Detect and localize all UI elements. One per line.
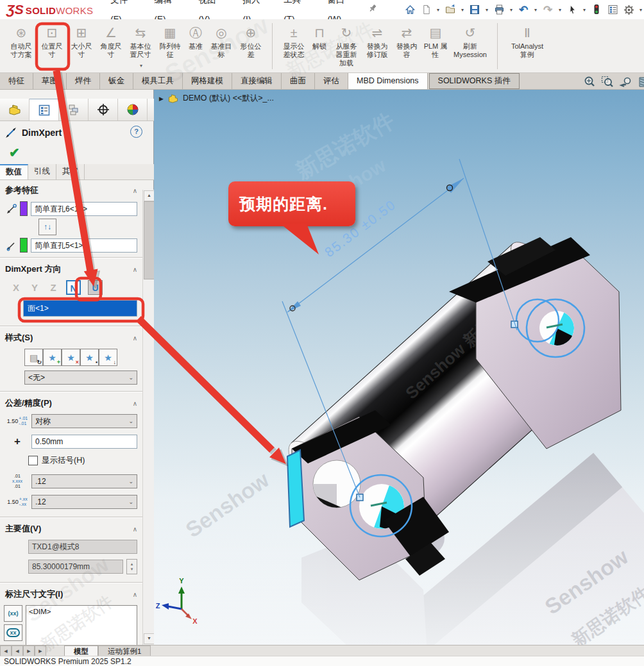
tab-model[interactable]: 模型 xyxy=(64,645,98,656)
save-icon[interactable] xyxy=(468,3,482,17)
scroll-up-icon[interactable]: ▲ xyxy=(144,190,155,201)
print-caret[interactable]: ▾ xyxy=(508,7,514,13)
ribbon-button-datum[interactable]: Ⓐ基准 xyxy=(185,23,207,51)
graphics-viewport[interactable]: Senshow 新思诺软件 xyxy=(154,90,644,645)
select-cursor-icon[interactable] xyxy=(565,3,579,17)
select-cursor-caret[interactable]: ▾ xyxy=(581,7,588,13)
ribbon-button-basic-location-dimension[interactable]: ⇆基本位 置尺寸 xyxy=(126,23,155,59)
ribbon-button-location-dimension[interactable]: ⊡位置尺 寸 xyxy=(37,23,67,59)
tab-property-manager[interactable] xyxy=(30,99,59,121)
style-dropdown[interactable]: <无>⌄ xyxy=(24,370,137,385)
style-apply-default-button[interactable]: ▤↻ xyxy=(24,349,43,366)
style-save-button[interactable]: ★▪ xyxy=(80,349,99,366)
scrollbar-thumb[interactable] xyxy=(144,201,155,279)
tab-display-manager[interactable] xyxy=(118,99,148,121)
unit-precision-dropdown[interactable]: .12⌄ xyxy=(31,474,137,488)
tab-configuration-manager[interactable] xyxy=(59,99,89,121)
tab-scroll-prev-icon[interactable]: ◀ xyxy=(12,645,23,656)
options-caret[interactable]: ▾ xyxy=(638,7,644,13)
ribbon-button-plm-properties[interactable]: ▤PLM 属 性 xyxy=(421,23,450,59)
open-caret[interactable]: ▾ xyxy=(459,7,466,13)
ribbon-button-show-tolerance-status[interactable]: ±显示公 差状态 xyxy=(279,23,309,59)
tab-mbd-dimensions[interactable]: MBD Dimensions xyxy=(348,73,428,89)
dim-text-prefix-icon[interactable]: (xx) xyxy=(4,605,22,622)
tab-surfaces[interactable]: 曲面 xyxy=(282,73,315,89)
tab-sheet-metal[interactable]: 钣金 xyxy=(100,73,133,89)
undo-caret[interactable]: ▾ xyxy=(532,7,539,13)
style-load-button[interactable]: ★↓ xyxy=(99,349,117,366)
tab-dimxpert-manager[interactable] xyxy=(89,99,118,121)
dimension-text-area[interactable]: <DIM> xyxy=(26,605,137,645)
open-icon[interactable] xyxy=(443,3,457,17)
tab-mesh-modeling[interactable]: 网格建模 xyxy=(183,73,232,89)
reference-feature2-field[interactable]: 简单直孔5<1> xyxy=(31,238,137,253)
style-delete-button[interactable]: ★× xyxy=(62,349,80,366)
collapse-icon[interactable]: ∧ xyxy=(133,266,137,273)
ok-check-icon[interactable]: ✔ xyxy=(9,146,20,160)
subtab-leaders[interactable]: 引线 xyxy=(28,164,56,179)
collapse-icon[interactable]: ∧ xyxy=(133,335,137,342)
value-spinner[interactable]: ▴▾ xyxy=(126,559,137,574)
tolerance-type-dropdown[interactable]: 对称⌄ xyxy=(31,414,137,428)
collapse-icon[interactable]: ∧ xyxy=(133,400,137,407)
print-icon[interactable] xyxy=(492,3,506,17)
redo-caret[interactable]: ▾ xyxy=(557,7,563,13)
tree-expand-icon[interactable]: ▶ xyxy=(159,96,164,102)
subtab-other[interactable]: 其它 xyxy=(56,164,85,179)
tab-scroll-first-icon[interactable]: ◀ xyxy=(0,645,12,656)
new-document-caret[interactable]: ▾ xyxy=(435,7,441,13)
scroll-down-icon[interactable]: ▼ xyxy=(144,633,155,644)
ribbon-button-replace-content[interactable]: ⇄替换内 容 xyxy=(392,23,421,59)
tab-direct-editing[interactable]: 直接编辑 xyxy=(232,73,282,89)
ribbon-button-size-dimension[interactable]: ⊞大小尺 寸 xyxy=(67,23,96,59)
ribbon-button-pattern-feature[interactable]: ▦阵列特 征 xyxy=(155,23,185,59)
show-parentheses-checkbox[interactable] xyxy=(28,456,38,465)
panel-scrollbar[interactable]: ▲ ▼ xyxy=(142,190,154,645)
previous-view-icon[interactable] xyxy=(618,76,632,88)
tab-mold-tools[interactable]: 模具工具 xyxy=(133,73,183,89)
zoom-to-area-icon[interactable] xyxy=(600,76,614,88)
tab-features[interactable]: 特征 xyxy=(0,73,33,89)
feature-tree-root[interactable]: ▶ DEMO (默认) <<默认>_... xyxy=(159,93,274,104)
dim-text-justify-icon[interactable]: xx xyxy=(4,624,22,641)
tab-scroll-next-icon[interactable]: ▶ xyxy=(23,645,35,656)
undo-icon[interactable]: ↶ xyxy=(516,3,530,17)
tab-feature-manager[interactable] xyxy=(0,99,30,121)
collapse-icon[interactable]: ∧ xyxy=(133,187,137,194)
spinner-up-icon[interactable]: ▴ xyxy=(131,562,133,567)
new-document-icon[interactable] xyxy=(419,3,433,17)
ribbon-button-geometric-tolerance[interactable]: ⊕形位公 差 xyxy=(236,23,266,59)
pin-menu-icon[interactable] xyxy=(368,4,377,15)
swap-features-button[interactable]: ↑↓ xyxy=(38,219,56,235)
collapse-icon[interactable]: ∧ xyxy=(133,591,137,598)
style-add-button[interactable]: ★+ xyxy=(43,349,62,366)
tab-weldments[interactable]: 焊件 xyxy=(67,73,100,89)
axis-n-option[interactable]: N xyxy=(66,280,81,295)
tab-scroll-last-icon[interactable]: ▶ xyxy=(35,645,46,656)
tolerance-precision-dropdown[interactable]: .12⌄ xyxy=(31,495,137,509)
options-gear-icon[interactable] xyxy=(622,3,636,17)
help-icon[interactable]: ? xyxy=(130,126,142,138)
direction-selection-field[interactable]: 面<1> xyxy=(23,300,137,317)
ribbon-button-unlock[interactable]: ⊓解锁 xyxy=(309,23,330,51)
zoom-to-fit-icon[interactable] xyxy=(582,76,597,88)
save-caret[interactable]: ▾ xyxy=(484,7,490,13)
ribbon-button-angle-dimension[interactable]: ∠角度尺 寸 xyxy=(96,23,126,59)
axis-u-option[interactable]: U xyxy=(88,280,103,295)
ribbon-button-auto-dimension-scheme[interactable]: ⊛自动尺 寸方案 xyxy=(5,23,37,59)
tab-solidworks-addins[interactable]: SOLIDWORKS 插件 xyxy=(429,73,520,89)
collapse-icon[interactable]: ∧ xyxy=(133,526,137,533)
home-icon[interactable] xyxy=(403,3,417,17)
ribbon-flyout-arrow[interactable]: ▾ xyxy=(140,63,142,69)
tolerance-value-input[interactable]: 0.50mm xyxy=(31,435,137,449)
reference-feature1-field[interactable]: 简单直孔6<10> xyxy=(31,202,137,216)
spinner-down-icon[interactable]: ▾ xyxy=(131,567,133,572)
tab-motion-study[interactable]: 运动算例1 xyxy=(98,645,151,656)
tab-sketch[interactable]: 草图 xyxy=(33,73,67,89)
ribbon-button-reload-from-server[interactable]: ↻从服务 器重新 加载 xyxy=(330,23,362,67)
ribbon-button-refresh-mysession[interactable]: ↺刷新 Mysession xyxy=(450,23,491,59)
ribbon-button-tolanalyst-study[interactable]: ⅡTolAnalyst 算例 xyxy=(504,23,550,59)
subtab-value[interactable]: 数值 xyxy=(0,164,28,179)
task-pane-list-icon[interactable] xyxy=(606,3,620,17)
ribbon-button-datum-target[interactable]: ◎基准目 标 xyxy=(207,23,236,59)
